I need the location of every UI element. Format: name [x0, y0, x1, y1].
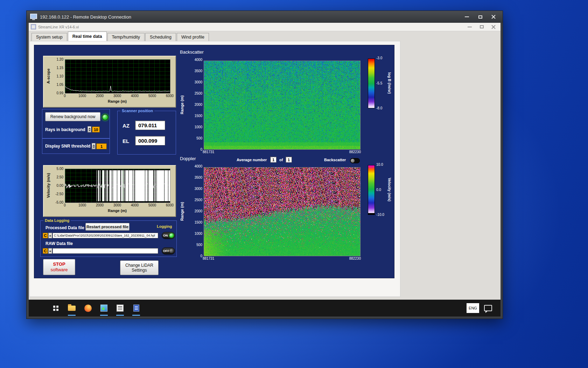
- tick-label: 6000: [164, 94, 175, 98]
- taskbar-item-photos[interactable]: [96, 300, 112, 316]
- tick-label: 3000: [112, 94, 122, 98]
- app-close-button[interactable]: [489, 24, 498, 30]
- backscatter-colorbar: [368, 59, 375, 108]
- rays-spinner[interactable]: [88, 126, 91, 132]
- raw-drive-box[interactable]: C: [43, 248, 48, 254]
- app-restore-button[interactable]: [477, 24, 486, 30]
- taskbar-item-file-explorer[interactable]: [64, 300, 80, 316]
- app-minimize-button[interactable]: [465, 24, 475, 30]
- rays-in-background-label: Rays in background: [45, 127, 85, 132]
- restore-icon: [480, 25, 484, 28]
- raw-path-browse-icon[interactable]: [48, 248, 52, 254]
- tick-label: 0: [200, 254, 202, 258]
- tab-wind-profile[interactable]: Wind profile: [177, 33, 209, 41]
- taskbar-item-firefox[interactable]: [80, 300, 96, 316]
- tab-temp-humidity[interactable]: Temp/humidity: [107, 33, 145, 41]
- minimize-icon: [465, 16, 469, 17]
- snr-threshold-box: Display SNR threshold 1: [42, 138, 110, 154]
- rdp-minimize-button[interactable]: [461, 13, 472, 21]
- data-logging-box: Data Logging Processed Data file Restart…: [40, 220, 177, 257]
- tick-label: 1.15: [57, 66, 63, 70]
- close-icon: [491, 14, 496, 19]
- tick-label: 1.05: [57, 83, 63, 87]
- doppler-x-ticks: 881731882230: [203, 257, 361, 260]
- doppler-heatmap: [204, 167, 360, 256]
- taskbar: ENG: [29, 300, 500, 316]
- backscatter-x-ticks: 881731882230: [203, 150, 361, 154]
- tick-label: 2.50: [57, 176, 63, 179]
- tick-label: 882230: [349, 150, 361, 154]
- raw-path-field[interactable]: [52, 248, 158, 254]
- tab-scheduling[interactable]: Scheduling: [145, 33, 176, 41]
- change-lidar-settings-button[interactable]: Change LiDAR Settings: [120, 260, 159, 275]
- backscatter-toggle-label: Backscatter: [324, 158, 346, 162]
- rdp-maximize-button[interactable]: [475, 13, 486, 21]
- backscatter-doppler-switch[interactable]: [350, 158, 360, 163]
- rdp-close-button[interactable]: [488, 13, 499, 21]
- renew-background-button[interactable]: Renew background now: [45, 112, 100, 121]
- rdp-titlebar[interactable]: 192.168.0.122 - Remote Desktop Connectio…: [27, 11, 503, 23]
- taskbar-item-document-viewer[interactable]: [128, 300, 144, 316]
- tick-label: 882230: [349, 257, 361, 260]
- background-renew-led: [102, 114, 108, 121]
- app-titlebar[interactable]: StreamLine XR v14-6.vi: [29, 23, 500, 31]
- average-of-field[interactable]: 1: [286, 157, 292, 163]
- tick-label: -10.0: [376, 213, 384, 217]
- tick-label: 2500: [195, 92, 202, 95]
- rays-in-background-field[interactable]: 10: [92, 127, 100, 132]
- processed-drive-box[interactable]: C: [43, 233, 48, 238]
- start-button[interactable]: [48, 300, 64, 316]
- velocity-x-ticks: 0100020003000400050006000: [59, 204, 175, 207]
- velocity-y-axis-label: Velocity (m/s): [46, 173, 50, 198]
- az-label: AZ: [122, 123, 130, 129]
- increment-icon: [89, 128, 91, 129]
- tick-label: 2500: [195, 198, 202, 202]
- tick-label: 0.00: [57, 184, 63, 188]
- tick-label: 0: [59, 94, 70, 98]
- maximize-icon: [478, 15, 482, 19]
- average-number-field[interactable]: 1: [270, 157, 276, 163]
- feedback-bubble-icon[interactable]: [484, 305, 492, 311]
- tick-label: 10.0: [376, 163, 383, 166]
- tick-label: 500: [196, 137, 202, 140]
- tick-label: 1500: [195, 221, 202, 224]
- tick-label: 3000: [195, 81, 202, 84]
- backscatter-title: Backscatter: [180, 49, 204, 55]
- scanner-position-box: Scanner position AZ 079.011 EL 000.099: [117, 111, 176, 155]
- tick-label: -2.50: [55, 192, 63, 196]
- processed-path-browse-icon[interactable]: [48, 233, 52, 238]
- az-value: 079.011: [135, 121, 165, 130]
- folder-icon: [68, 306, 76, 311]
- minimize-icon: [468, 27, 472, 27]
- backscatter-colorbar-ticks: -3.0-5.5-8.0: [376, 56, 388, 110]
- tab-real-time-data[interactable]: Real time data: [68, 32, 107, 41]
- taskbar-item-scan-scheduler[interactable]: [112, 300, 128, 316]
- firefox-icon: [84, 305, 92, 312]
- tick-label: 6000: [164, 204, 175, 207]
- document-icon: [133, 305, 139, 312]
- switch-knob: [351, 159, 355, 163]
- tab-system-setup[interactable]: System setup: [31, 33, 67, 41]
- tick-label: 881731: [203, 150, 214, 154]
- tick-label: 2000: [195, 210, 202, 213]
- app-icon: [31, 24, 36, 29]
- backscatter-colorbar-label: log B (/m/sr): [387, 72, 392, 94]
- toggle-on-label: ON: [163, 234, 168, 237]
- processed-logging-toggle[interactable]: ON: [162, 232, 175, 239]
- snr-threshold-field[interactable]: 1: [96, 143, 107, 149]
- ascope-chart: A-scope 1.201.151.101.050.99 01000200030…: [43, 56, 176, 108]
- snr-spinner[interactable]: [92, 143, 96, 149]
- toggle-off-label: OFF: [163, 249, 169, 253]
- backscatter-heatmap: [204, 61, 360, 150]
- processed-path-field[interactable]: C:\Lidar\Data\Proc\2023\202309\20230911\…: [52, 233, 158, 238]
- raw-logging-toggle[interactable]: OFF: [162, 247, 175, 254]
- ascope-y-ticks: 1.201.151.101.050.99: [51, 58, 63, 95]
- language-indicator[interactable]: ENG: [467, 303, 479, 313]
- tick-label: -3.0: [376, 56, 382, 60]
- stop-button-line1: STOP: [53, 261, 65, 267]
- tick-label: 4000: [195, 58, 202, 62]
- restart-processed-file-button[interactable]: Restart processed file: [85, 223, 130, 231]
- tick-label: 0: [200, 148, 202, 151]
- tick-label: -8.0: [376, 107, 382, 110]
- stop-software-button[interactable]: STOP software: [43, 259, 75, 275]
